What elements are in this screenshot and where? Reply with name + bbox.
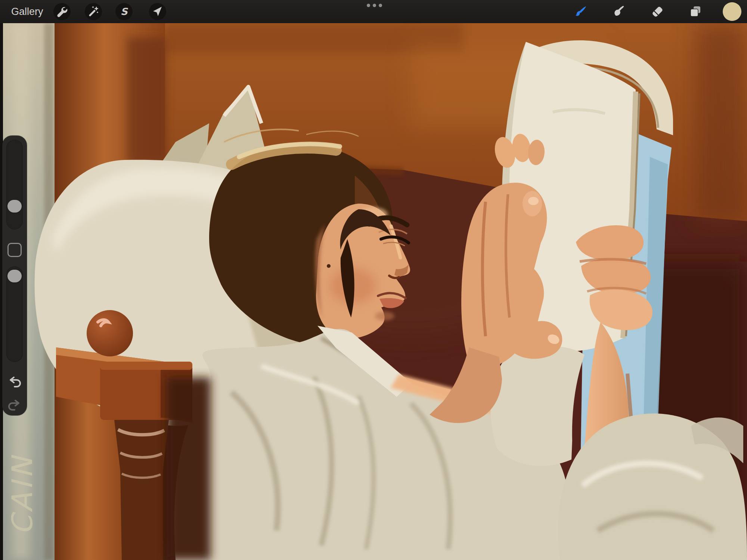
top-toolbar: Gallery S [0, 0, 747, 23]
brush-size-slider[interactable] [6, 140, 23, 229]
actions-button[interactable] [53, 3, 71, 20]
wrench-icon [54, 3, 70, 20]
selection-button[interactable]: S [115, 3, 133, 20]
erase-tool-button[interactable] [649, 3, 666, 20]
modify-button[interactable] [7, 243, 22, 257]
layers-icon [687, 3, 704, 20]
transform-button[interactable] [149, 3, 166, 20]
canvas[interactable]: CAIN [0, 0, 747, 560]
smudge-icon [611, 3, 627, 20]
brush-side-rail [2, 136, 27, 415]
gallery-button[interactable]: Gallery [11, 0, 43, 23]
layers-button[interactable] [687, 3, 704, 20]
redo-button[interactable] [7, 398, 22, 413]
selection-s-icon: S [116, 3, 132, 20]
redo-arrow-icon [7, 398, 22, 413]
sleeve-elbow [490, 346, 585, 466]
procreate-screen: CAIN Gallery S [0, 0, 747, 560]
opacity-slider[interactable] [6, 266, 23, 362]
ellipsis-icon [367, 4, 370, 7]
undo-arrow-icon [7, 375, 22, 390]
transform-arrow-icon [149, 3, 166, 20]
opacity-thumb[interactable] [7, 270, 22, 282]
undo-button[interactable] [7, 375, 22, 390]
canvas-options-ellipsis[interactable] [367, 4, 382, 7]
paint-tool-button[interactable] [572, 3, 589, 20]
eraser-icon [649, 3, 666, 20]
magic-wand-icon [85, 3, 102, 20]
svg-text:S: S [121, 6, 128, 17]
brush-icon [573, 3, 589, 20]
adjustments-button[interactable] [85, 3, 102, 20]
brush-size-thumb[interactable] [7, 200, 22, 213]
artist-signature: CAIN [6, 454, 39, 535]
ellipsis-icon [379, 4, 382, 7]
color-swatch[interactable] [723, 2, 741, 21]
ellipsis-icon [373, 4, 376, 7]
smudge-tool-button[interactable] [610, 3, 627, 20]
